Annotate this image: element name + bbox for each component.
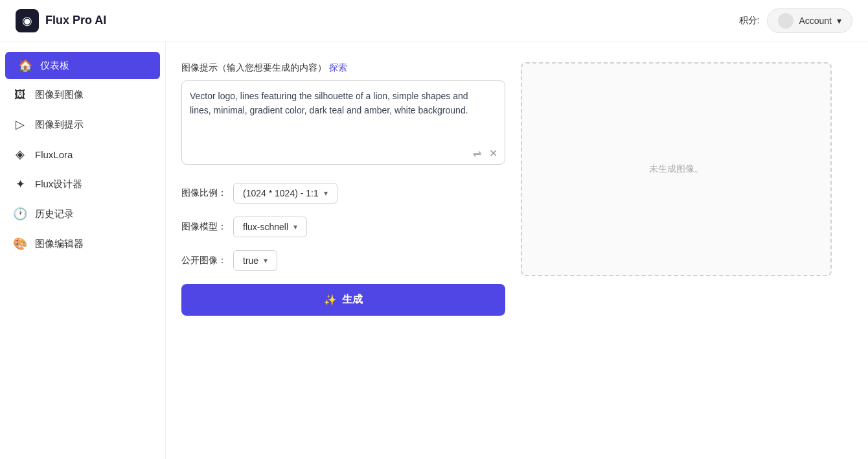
right-panel: 未生成图像。 bbox=[521, 62, 852, 438]
image-to-prompt-icon: ▷ bbox=[13, 117, 27, 132]
sidebar: 🏠 仪表板 🖼 图像到图像 ▷ 图像到提示 ◈ FluxLora ✦ Flux设… bbox=[0, 41, 166, 459]
sidebar-item-image-editor[interactable]: 🎨 图像编辑器 bbox=[0, 230, 165, 257]
image-editor-icon: 🎨 bbox=[13, 237, 27, 251]
chevron-down-icon: ▾ bbox=[293, 222, 297, 231]
header: ◉ Flux Pro AI 积分: Account ▾ bbox=[0, 0, 868, 41]
generate-label: 生成 bbox=[342, 293, 363, 307]
chevron-down-icon: ▾ bbox=[264, 256, 268, 265]
explore-link[interactable]: 探索 bbox=[329, 62, 347, 73]
sidebar-item-dashboard[interactable]: 🏠 仪表板 bbox=[5, 52, 160, 79]
logo: ◉ Flux Pro AI bbox=[16, 9, 106, 32]
sidebar-item-label: 历史记录 bbox=[35, 208, 74, 220]
main-layout: 🏠 仪表板 🖼 图像到图像 ▷ 图像到提示 ◈ FluxLora ✦ Flux设… bbox=[0, 41, 868, 459]
logo-icon: ◉ bbox=[16, 9, 39, 32]
history-icon: 🕐 bbox=[13, 207, 27, 221]
aspect-ratio-row: 图像比例： (1024 * 1024) - 1:1 ▾ bbox=[181, 183, 505, 204]
public-image-row: 公开图像： true ▾ bbox=[181, 250, 505, 271]
shuffle-button[interactable]: ⇌ bbox=[472, 146, 483, 161]
model-select[interactable]: flux-schnell ▾ bbox=[233, 217, 307, 237]
chevron-down-icon: ▾ bbox=[324, 189, 328, 198]
sidebar-item-label: FluxLora bbox=[35, 149, 73, 160]
public-value: true bbox=[243, 255, 258, 266]
preview-empty-text: 未生成图像。 bbox=[649, 163, 703, 175]
sidebar-item-label: Flux设计器 bbox=[35, 178, 82, 191]
clear-button[interactable]: ✕ bbox=[488, 146, 499, 161]
prompt-actions: ⇌ ✕ bbox=[472, 146, 499, 161]
generate-icon: ✨ bbox=[324, 294, 337, 306]
sidebar-item-image-to-image[interactable]: 🖼 图像到图像 bbox=[0, 82, 165, 108]
flux-designer-icon: ✦ bbox=[13, 177, 27, 191]
model-row: 图像模型： flux-schnell ▾ bbox=[181, 217, 505, 237]
public-label: 公开图像： bbox=[181, 255, 233, 266]
image-to-image-icon: 🖼 bbox=[13, 88, 27, 102]
left-panel: 图像提示（输入您想要生成的内容） 探索 ⇌ ✕ 图像比例： (10 bbox=[181, 62, 505, 438]
account-button[interactable]: Account ▾ bbox=[767, 8, 852, 33]
sidebar-item-label: 图像到提示 bbox=[35, 119, 84, 131]
image-preview: 未生成图像。 bbox=[521, 62, 832, 276]
aspect-ratio-select[interactable]: (1024 * 1024) - 1:1 ▾ bbox=[233, 183, 337, 204]
sidebar-item-flux-designer[interactable]: ✦ Flux设计器 bbox=[0, 171, 165, 198]
sidebar-item-flux-lora[interactable]: ◈ FluxLora bbox=[0, 141, 165, 168]
sidebar-item-label: 仪表板 bbox=[40, 60, 69, 72]
home-icon: 🏠 bbox=[18, 58, 32, 73]
credits-label: 积分: bbox=[739, 15, 760, 27]
prompt-container: ⇌ ✕ bbox=[181, 80, 505, 167]
prompt-label: 图像提示（输入您想要生成的内容） 探索 bbox=[181, 62, 505, 74]
content-area: 图像提示（输入您想要生成的内容） 探索 ⇌ ✕ 图像比例： (10 bbox=[166, 41, 868, 459]
chevron-down-icon: ▾ bbox=[837, 16, 841, 26]
avatar bbox=[778, 13, 794, 29]
generate-button[interactable]: ✨ 生成 bbox=[181, 284, 505, 316]
model-label: 图像模型： bbox=[181, 221, 233, 233]
model-value: flux-schnell bbox=[243, 222, 288, 232]
sidebar-item-label: 图像编辑器 bbox=[35, 238, 84, 250]
sidebar-item-label: 图像到图像 bbox=[35, 89, 84, 101]
aspect-ratio-label: 图像比例： bbox=[181, 187, 233, 199]
sidebar-item-image-to-prompt[interactable]: ▷ 图像到提示 bbox=[0, 111, 165, 138]
flux-lora-icon: ◈ bbox=[13, 147, 27, 161]
prompt-input[interactable] bbox=[181, 80, 505, 165]
logo-text: Flux Pro AI bbox=[45, 14, 106, 27]
shuffle-icon: ⇌ bbox=[473, 148, 481, 159]
aspect-ratio-value: (1024 * 1024) - 1:1 bbox=[243, 188, 319, 198]
close-icon: ✕ bbox=[489, 148, 497, 159]
public-select[interactable]: true ▾ bbox=[233, 250, 277, 271]
account-label: Account bbox=[799, 16, 832, 26]
header-right: 积分: Account ▾ bbox=[739, 8, 852, 33]
sidebar-item-history[interactable]: 🕐 历史记录 bbox=[0, 200, 165, 228]
